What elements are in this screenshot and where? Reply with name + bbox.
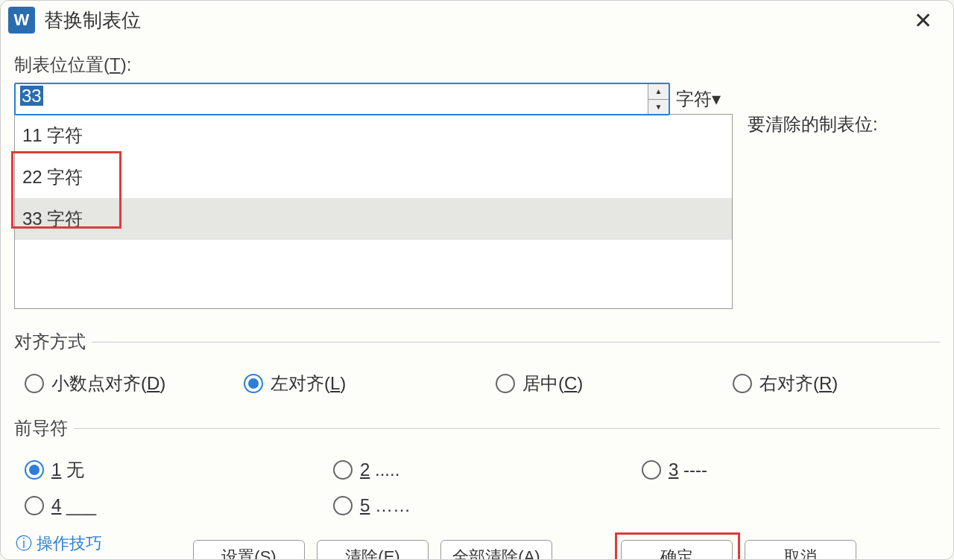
clear-all-button[interactable]: 全部清除(A) — [440, 540, 552, 560]
leader-options-row1: 1 无2 .....3 ---- — [14, 458, 940, 482]
button-row: 设置(S) 清除(E) 全部清除(A) 确定 取消 — [14, 540, 940, 560]
set-button[interactable]: 设置(S) — [193, 540, 305, 560]
label-text: 制表位位置( — [14, 54, 110, 74]
tab-position-row: 33 ▲ ▼ 字符▾ — [14, 83, 733, 115]
titlebar: W 替换制表位 ✕ — [1, 1, 953, 39]
radio-icon — [333, 496, 353, 515]
radio-label: 5 …… — [360, 495, 411, 516]
alignment-legend: 对齐方式 — [14, 330, 86, 354]
leader-radio[interactable]: 2 ..... — [333, 458, 642, 482]
radio-icon — [244, 374, 263, 393]
radio-label: 左对齐(L) — [271, 372, 346, 395]
spinner-down-icon[interactable]: ▼ — [648, 100, 669, 115]
label-text: ): — [121, 54, 132, 74]
radio-icon — [25, 496, 44, 515]
cancel-button[interactable]: 取消 — [745, 540, 856, 560]
leader-radio[interactable]: 4 ___ — [25, 495, 333, 516]
list-item[interactable]: 11 字符 — [15, 115, 732, 156]
radio-label: 3 ---- — [669, 459, 707, 480]
dialog-title: 替换制表位 — [44, 7, 908, 34]
alignment-options: 小数点对齐(D)左对齐(L)居中(C)右对齐(R) — [14, 372, 940, 395]
leader-radio[interactable]: 3 ---- — [642, 458, 950, 482]
annotation-highlight — [11, 151, 121, 229]
annotation-highlight — [615, 532, 740, 560]
leader-fieldset: 前导符 1 无2 .....3 ---- 4 ___5 …… — [14, 416, 940, 516]
leader-options-row2: 4 ___5 …… — [14, 495, 940, 516]
hint-icon: ⓘ — [16, 532, 32, 555]
radio-label: 小数点对齐(D) — [51, 372, 165, 395]
radio-icon — [25, 374, 44, 393]
alignment-radio[interactable]: 右对齐(R) — [733, 372, 838, 395]
tab-list[interactable]: 11 字符22 字符33 字符 — [14, 114, 733, 309]
radio-icon — [642, 460, 661, 480]
radio-label: 4 ___ — [51, 495, 96, 516]
radio-label: 右对齐(R) — [759, 372, 838, 395]
close-icon[interactable]: ✕ — [908, 7, 938, 34]
alignment-radio[interactable]: 居中(C) — [496, 372, 733, 395]
hint-text: 操作技巧 — [37, 532, 102, 555]
radio-icon — [496, 374, 515, 393]
tab-position-spinner[interactable]: 33 ▲ ▼ — [14, 83, 670, 115]
clear-button[interactable]: 清除(E) — [317, 540, 429, 560]
radio-label: 2 ..... — [360, 459, 399, 480]
leader-legend: 前导符 — [14, 416, 68, 440]
label-hotkey: T — [110, 54, 121, 74]
alignment-radio[interactable]: 小数点对齐(D) — [25, 372, 244, 395]
divider — [92, 342, 940, 343]
tab-position-label: 制表位位置(T): — [14, 53, 940, 77]
divider — [74, 428, 940, 429]
spinner-up-icon[interactable]: ▲ — [648, 84, 669, 100]
list-item[interactable]: 33 字符 — [15, 198, 732, 240]
radio-label: 1 无 — [51, 458, 84, 482]
to-clear-label: 要清除的制表位: — [748, 112, 878, 136]
leader-radio[interactable]: 5 …… — [333, 495, 642, 516]
operation-hint[interactable]: ⓘ 操作技巧 — [16, 532, 102, 555]
tab-position-input[interactable]: 33 — [16, 84, 648, 114]
radio-icon — [733, 374, 752, 393]
unit-dropdown[interactable]: 字符▾ — [676, 87, 721, 111]
radio-icon — [25, 460, 44, 480]
alignment-fieldset: 对齐方式 小数点对齐(D)左对齐(L)居中(C)右对齐(R) — [14, 330, 940, 395]
radio-label: 居中(C) — [522, 372, 583, 395]
list-item[interactable]: 22 字符 — [15, 156, 732, 198]
tab-stops-dialog: W 替换制表位 ✕ 制表位位置(T): 33 ▲ ▼ 字符▾ — [0, 0, 954, 560]
app-icon: W — [8, 7, 35, 34]
dialog-content: 制表位位置(T): 33 ▲ ▼ 字符▾ 11 字符22 字符33 字符 — [1, 39, 953, 560]
radio-icon — [333, 460, 353, 480]
leader-radio[interactable]: 1 无 — [25, 458, 333, 482]
alignment-radio[interactable]: 左对齐(L) — [244, 372, 496, 395]
spinner-arrows: ▲ ▼ — [648, 84, 669, 114]
